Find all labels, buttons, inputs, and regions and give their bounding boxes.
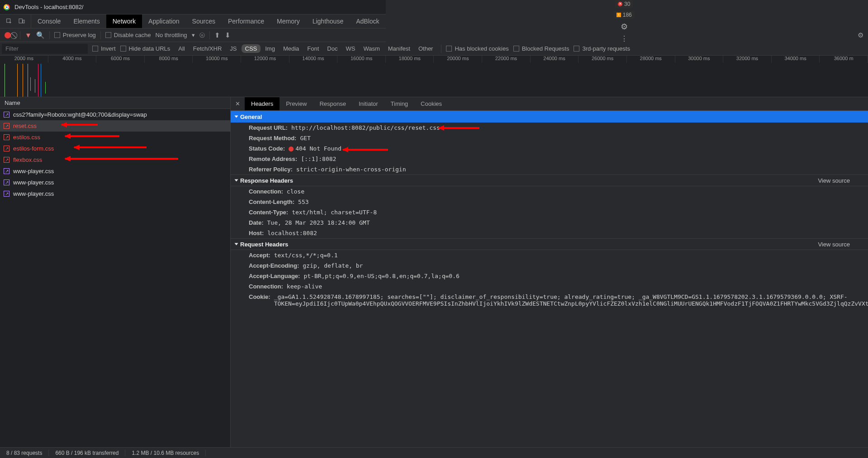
request-row[interactable]: ↗estilos-form.css bbox=[0, 143, 230, 154]
request-row[interactable]: ↗flexbox.css bbox=[0, 154, 230, 165]
request-row[interactable]: ↗www-player.css bbox=[0, 188, 230, 199]
chrome-icon bbox=[4, 4, 10, 10]
header-key: Status Code: bbox=[249, 145, 285, 152]
filter-type-wasm[interactable]: Wasm bbox=[360, 44, 383, 53]
tab-performance[interactable]: Performance bbox=[222, 14, 270, 28]
header-key: Accept: bbox=[249, 252, 270, 259]
view-source-link[interactable]: View source bbox=[818, 241, 863, 248]
detail-tab-initiator[interactable]: Initiator bbox=[352, 97, 384, 110]
search-icon[interactable]: 🔍 bbox=[36, 31, 45, 39]
filter-type-doc[interactable]: Doc bbox=[323, 44, 341, 53]
tab-console[interactable]: Console bbox=[31, 14, 67, 28]
tab-network[interactable]: Network bbox=[106, 14, 142, 28]
request-name: css2?family=Roboto:wght@400;700&display=… bbox=[13, 111, 147, 118]
wifi-icon[interactable]: ⦾ bbox=[199, 31, 205, 39]
header-value: http://localhost:8082/public/css/reset.c… bbox=[291, 124, 440, 131]
timeline-overview[interactable]: 2000 ms4000 ms6000 ms8000 ms10000 ms1200… bbox=[0, 56, 868, 97]
preserve-log-checkbox[interactable]: Preserve log bbox=[54, 32, 96, 38]
download-icon[interactable]: ⬇ bbox=[225, 31, 231, 39]
header-key: Content-Length: bbox=[249, 198, 294, 205]
filter-icon[interactable]: ▼ bbox=[25, 31, 32, 39]
throttling-select[interactable]: No throttling ▾ bbox=[156, 32, 195, 38]
timeline-tick: 2000 ms bbox=[0, 56, 48, 63]
tab-lighthouse[interactable]: Lighthouse bbox=[306, 14, 350, 28]
timeline-tick: 6000 ms bbox=[96, 56, 145, 63]
css-file-icon: ↗ bbox=[4, 146, 9, 151]
section-header[interactable]: General bbox=[231, 111, 868, 123]
tab-memory[interactable]: Memory bbox=[270, 14, 306, 28]
filter-input[interactable] bbox=[2, 44, 88, 54]
error-count-badge[interactable]: ✕30 bbox=[615, 0, 633, 8]
detail-tab-timing[interactable]: Timing bbox=[384, 97, 415, 110]
filter-type-other[interactable]: Other bbox=[415, 44, 437, 53]
filter-type-css[interactable]: CSS bbox=[242, 44, 261, 53]
request-row[interactable]: ↗css2?family=Roboto:wght@400;700&display… bbox=[0, 109, 230, 120]
filter-type-font[interactable]: Font bbox=[304, 44, 323, 53]
settings-icon[interactable]: ⚙ bbox=[621, 22, 628, 32]
detail-tab-response[interactable]: Response bbox=[313, 97, 352, 110]
disable-cache-checkbox[interactable]: Disable cache bbox=[105, 32, 151, 38]
svg-rect-2 bbox=[23, 20, 24, 23]
hide-data-urls-checkbox[interactable]: Hide data URLs bbox=[120, 45, 171, 52]
third-party-checkbox[interactable]: 3rd-party requests bbox=[574, 45, 630, 52]
view-source-link[interactable]: View source bbox=[818, 177, 863, 184]
request-name: reset.css bbox=[13, 123, 37, 129]
filter-type-fetchxhr[interactable]: Fetch/XHR bbox=[190, 44, 226, 53]
inspect-icon[interactable] bbox=[5, 18, 13, 25]
invert-checkbox[interactable]: Invert bbox=[92, 45, 116, 52]
filter-type-all[interactable]: All bbox=[175, 44, 188, 53]
filter-type-js[interactable]: JS bbox=[226, 44, 240, 53]
request-row[interactable]: ↗reset.css bbox=[0, 120, 230, 132]
blocked-requests-checkbox[interactable]: Blocked Requests bbox=[513, 45, 569, 52]
filter-type-manifest[interactable]: Manifest bbox=[384, 44, 414, 53]
record-button[interactable] bbox=[5, 32, 11, 38]
has-blocked-cookies-checkbox[interactable]: Has blocked cookies bbox=[446, 45, 508, 52]
timeline-tick: 32000 ms bbox=[723, 56, 772, 63]
css-file-icon: ↗ bbox=[4, 112, 9, 118]
request-name: www-player.css bbox=[13, 168, 54, 175]
filter-type-ws[interactable]: WS bbox=[342, 44, 359, 53]
request-row[interactable]: ↗www-player.css bbox=[0, 165, 230, 177]
request-name: estilos-form.css bbox=[13, 145, 54, 152]
header-key: Accept-Language: bbox=[249, 273, 300, 279]
request-name: estilos.css bbox=[13, 134, 40, 141]
tab-application[interactable]: Application bbox=[142, 14, 186, 28]
tab-elements[interactable]: Elements bbox=[67, 14, 106, 28]
detail-tab-preview[interactable]: Preview bbox=[280, 97, 313, 110]
timeline-tick: 36000 m bbox=[820, 56, 868, 63]
header-value: close bbox=[287, 188, 304, 195]
request-row[interactable]: ↗estilos.css bbox=[0, 132, 230, 143]
name-column-header[interactable]: Name bbox=[0, 97, 230, 109]
status-bar: 8 / 83 requests 660 B / 196 kB transferr… bbox=[0, 447, 868, 458]
detail-tab-headers[interactable]: Headers bbox=[245, 97, 280, 110]
close-detail-button[interactable]: ✕ bbox=[231, 100, 245, 107]
timeline-tick: 30000 ms bbox=[675, 56, 724, 63]
detail-tab-cookies[interactable]: Cookies bbox=[414, 97, 448, 110]
section-header[interactable]: Response HeadersView source bbox=[231, 175, 868, 186]
header-row: Connection:close bbox=[231, 186, 868, 197]
header-row: Date:Tue, 28 Mar 2023 18:24:00 GMT bbox=[231, 217, 868, 228]
header-value: localhost:8082 bbox=[267, 230, 317, 236]
section-header[interactable]: Request HeadersView source bbox=[231, 238, 868, 250]
css-file-icon: ↗ bbox=[4, 134, 9, 140]
filter-type-img[interactable]: Img bbox=[261, 44, 279, 53]
request-row[interactable]: ↗www-player.css bbox=[0, 177, 230, 188]
upload-icon[interactable]: ⬆ bbox=[214, 31, 220, 39]
device-icon[interactable] bbox=[18, 18, 25, 25]
more-icon[interactable]: ⋮ bbox=[621, 34, 628, 43]
tab-adblock[interactable]: AdBlock bbox=[350, 14, 385, 28]
tab-sources[interactable]: Sources bbox=[186, 14, 222, 28]
request-detail-panel: ✕ HeadersPreviewResponseInitiatorTimingC… bbox=[231, 97, 868, 447]
window-title: DevTools - localhost:8082/ bbox=[14, 4, 83, 10]
filter-type-media[interactable]: Media bbox=[280, 44, 303, 53]
status-transferred: 660 B / 196 kB transferred bbox=[49, 450, 125, 456]
header-value: _ga=GA1.1.524928748.1678997185; searches… bbox=[274, 293, 868, 307]
request-name: www-player.css bbox=[13, 190, 54, 197]
settings-gear-icon[interactable]: ⚙ bbox=[858, 31, 863, 39]
warning-count-badge[interactable]: !186 bbox=[614, 11, 635, 19]
header-value: pt-BR,pt;q=0.9,en-US;q=0.8,en;q=0.7,la;q… bbox=[304, 273, 459, 279]
header-key: Content-Type: bbox=[249, 209, 288, 216]
filter-bar: Invert Hide data URLs AllFetch/XHRJSCSSI… bbox=[0, 42, 868, 56]
css-file-icon: ↗ bbox=[4, 123, 9, 129]
header-row: Accept:text/css,*/*;q=0.1 bbox=[231, 250, 868, 260]
